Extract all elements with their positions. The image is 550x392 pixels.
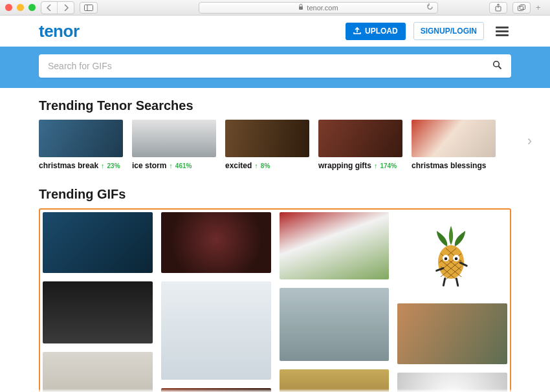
trend-up-icon: ↑ xyxy=(169,162,173,169)
trending-search-card[interactable]: ice storm↑461% xyxy=(132,120,216,170)
svg-point-16 xyxy=(455,257,458,261)
trending-search-label: wrapping gifts↑174% xyxy=(318,161,402,170)
trending-search-name: christmas break xyxy=(39,161,98,170)
trending-search-pct: 8% xyxy=(261,162,270,169)
share-button[interactable] xyxy=(489,2,507,14)
gif-column xyxy=(280,212,390,392)
maximize-window-button[interactable] xyxy=(28,4,36,11)
search-icon[interactable] xyxy=(492,60,502,72)
trending-search-card[interactable]: christmas break↑23% xyxy=(39,120,123,170)
trend-up-icon: ↑ xyxy=(101,162,105,169)
tabs-button[interactable] xyxy=(512,2,531,14)
minimize-window-button[interactable] xyxy=(17,4,24,11)
trending-search-thumb xyxy=(132,120,216,157)
gif-tile[interactable] xyxy=(43,212,153,273)
trending-search-thumb xyxy=(318,120,402,157)
content: Trending Tenor Searches christmas break↑… xyxy=(0,88,550,392)
gif-tile[interactable] xyxy=(161,212,271,273)
upload-button[interactable]: UPLOAD xyxy=(346,23,406,40)
search-bar xyxy=(39,54,511,78)
trending-search-pct: 174% xyxy=(380,162,397,169)
page: tenor UPLOAD SIGNUP/LOGIN Trending Tenor… xyxy=(0,16,550,392)
trending-search-card[interactable]: christmas blessings xyxy=(412,120,496,170)
signup-login-button[interactable]: SIGNUP/LOGIN xyxy=(413,22,484,40)
trending-gifs-grid xyxy=(39,208,511,392)
sidebar-button[interactable] xyxy=(80,2,98,14)
trending-search-label: ice storm↑461% xyxy=(132,161,216,170)
gif-tile[interactable] xyxy=(397,212,507,295)
svg-point-6 xyxy=(494,61,500,67)
window-controls xyxy=(5,4,36,11)
page-header: tenor UPLOAD SIGNUP/LOGIN xyxy=(0,16,550,88)
gif-tile[interactable] xyxy=(280,369,390,392)
nav-back-forward xyxy=(41,1,74,14)
lock-icon xyxy=(298,4,303,12)
gif-tile[interactable] xyxy=(280,212,390,279)
refresh-icon[interactable] xyxy=(426,3,434,12)
trending-search-name: wrapping gifts xyxy=(318,161,371,170)
search-input[interactable] xyxy=(48,61,492,71)
trending-search-card[interactable]: wrapping gifts↑174% xyxy=(318,120,402,170)
gif-tile[interactable] xyxy=(397,303,507,364)
trending-search-label: excited↑8% xyxy=(225,161,309,170)
gif-tile[interactable] xyxy=(280,288,390,361)
gif-tile[interactable] xyxy=(397,373,507,392)
trending-search-name: excited xyxy=(225,161,252,170)
trending-search-card[interactable]: excited↑8% xyxy=(225,120,309,170)
upload-icon xyxy=(353,27,361,36)
gif-tile[interactable] xyxy=(43,281,153,343)
back-button[interactable] xyxy=(41,2,58,14)
trend-up-icon: ↑ xyxy=(254,162,258,169)
tenor-logo[interactable]: tenor xyxy=(39,21,80,41)
trending-search-label: christmas break↑23% xyxy=(39,161,123,170)
trending-next-button[interactable]: › xyxy=(527,133,532,149)
address-bar[interactable]: tenor.com xyxy=(199,2,438,14)
forward-button[interactable] xyxy=(58,2,74,14)
trending-search-label: christmas blessings xyxy=(412,161,496,170)
gif-tile[interactable] xyxy=(161,388,271,392)
trending-search-name: christmas blessings xyxy=(412,161,486,170)
trending-searches-heading: Trending Tenor Searches xyxy=(39,98,511,113)
trending-search-pct: 461% xyxy=(175,162,192,169)
svg-point-15 xyxy=(445,257,448,261)
gif-column xyxy=(43,212,153,392)
svg-rect-11 xyxy=(443,278,446,287)
trending-search-thumb xyxy=(39,120,123,157)
trending-search-thumb xyxy=(225,120,309,157)
pineapple-gif xyxy=(397,212,507,295)
trending-searches-row: christmas break↑23%ice storm↑461%excited… xyxy=(39,120,511,170)
gif-column xyxy=(161,212,271,392)
trending-search-thumb xyxy=(412,120,496,157)
close-window-button[interactable] xyxy=(5,4,12,11)
svg-rect-5 xyxy=(520,5,525,9)
menu-button[interactable] xyxy=(493,24,511,39)
trending-search-name: ice storm xyxy=(132,161,166,170)
svg-rect-2 xyxy=(299,6,303,10)
trend-up-icon: ↑ xyxy=(374,162,378,169)
browser-chrome: tenor.com + xyxy=(0,0,550,16)
svg-line-7 xyxy=(499,67,501,69)
trending-search-pct: 23% xyxy=(107,162,120,169)
search-banner xyxy=(0,47,550,88)
svg-rect-12 xyxy=(456,278,459,287)
address-bar-host: tenor.com xyxy=(307,4,338,12)
svg-rect-0 xyxy=(85,5,93,10)
trending-gifs-heading: Trending GIFs xyxy=(39,187,511,202)
navbar: tenor UPLOAD SIGNUP/LOGIN xyxy=(0,16,550,47)
upload-label: UPLOAD xyxy=(365,27,398,36)
gif-column xyxy=(397,212,507,392)
gif-tile[interactable] xyxy=(161,281,271,380)
svg-rect-4 xyxy=(518,6,523,10)
new-tab-button[interactable]: + xyxy=(536,3,545,12)
gif-tile[interactable] xyxy=(43,352,153,392)
